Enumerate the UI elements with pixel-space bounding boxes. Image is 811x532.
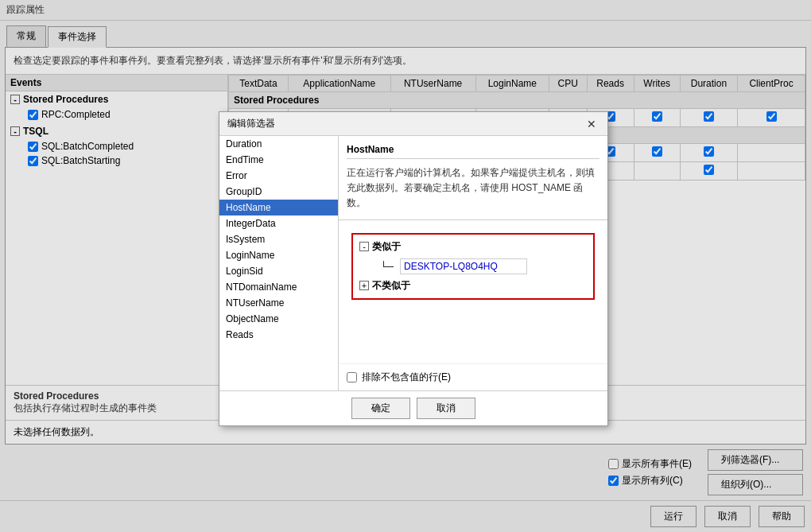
dialog-overlay: 编辑筛选器 ✕ Duration EndTime Error GroupID H… (0, 0, 811, 532)
column-info-section: HostName 正在运行客户端的计算机名。如果客户端提供主机名，则填充此数据列… (339, 136, 607, 220)
dialog-body: Duration EndTime Error GroupID HostName … (219, 136, 607, 390)
column-item-error[interactable]: Error (219, 168, 338, 184)
column-item-hostname[interactable]: HostName (219, 200, 338, 216)
not-similar-row: + 不类似于 (356, 277, 590, 295)
dialog-ok-button[interactable]: 确定 (351, 398, 410, 419)
exclude-checkbox[interactable] (347, 372, 357, 382)
column-item-ntdomainname[interactable]: NTDomainName (219, 279, 338, 295)
filter-section-wrapper: - 类似于 └─ + 不类似于 (339, 220, 607, 363)
dialog-right-panel: HostName 正在运行客户端的计算机名。如果客户端提供主机名，则填充此数据列… (339, 136, 607, 390)
not-similar-label: 不类似于 (372, 279, 410, 293)
column-item-loginname[interactable]: LoginName (219, 247, 338, 263)
dialog-close-button[interactable]: ✕ (584, 118, 600, 130)
column-item-groupid[interactable]: GroupID (219, 184, 338, 200)
dialog-buttons: 确定 取消 (219, 390, 607, 425)
similar-value-input[interactable] (400, 258, 527, 274)
similar-label: 类似于 (372, 240, 401, 254)
dialog-cancel-button[interactable]: 取消 (417, 398, 475, 419)
similar-row: - 类似于 (356, 238, 590, 256)
column-item-issystem[interactable]: IsSystem (219, 231, 338, 247)
dialog-title-bar: 编辑筛选器 ✕ (219, 112, 607, 136)
column-list-panel: Duration EndTime Error GroupID HostName … (219, 136, 339, 390)
column-item-reads[interactable]: Reads (219, 327, 338, 343)
exclude-label: 排除不包含值的行(E) (362, 371, 451, 384)
edit-filter-dialog: 编辑筛选器 ✕ Duration EndTime Error GroupID H… (219, 111, 608, 426)
column-info-title: HostName (347, 144, 600, 159)
column-info-description: 正在运行客户端的计算机名。如果客户端提供主机名，则填充此数据列。若要确定主机名，… (347, 165, 600, 212)
exclude-row: 排除不包含值的行(E) (339, 363, 607, 390)
not-similar-expand-icon[interactable]: + (359, 281, 369, 290)
column-item-ntusername[interactable]: NTUserName (219, 295, 338, 311)
column-item-objectname[interactable]: ObjectName (219, 311, 338, 327)
similar-value-row: └─ (356, 256, 590, 277)
column-item-integerdata[interactable]: IntegerData (219, 216, 338, 231)
column-item-endtime[interactable]: EndTime (219, 152, 338, 168)
dialog-title-text: 编辑筛选器 (227, 117, 275, 130)
column-item-loginsid[interactable]: LoginSid (219, 263, 338, 279)
filter-section: - 类似于 └─ + 不类似于 (351, 233, 595, 300)
column-list: Duration EndTime Error GroupID HostName … (219, 136, 338, 390)
column-item-duration[interactable]: Duration (219, 136, 338, 152)
similar-expand-icon[interactable]: - (359, 242, 369, 251)
